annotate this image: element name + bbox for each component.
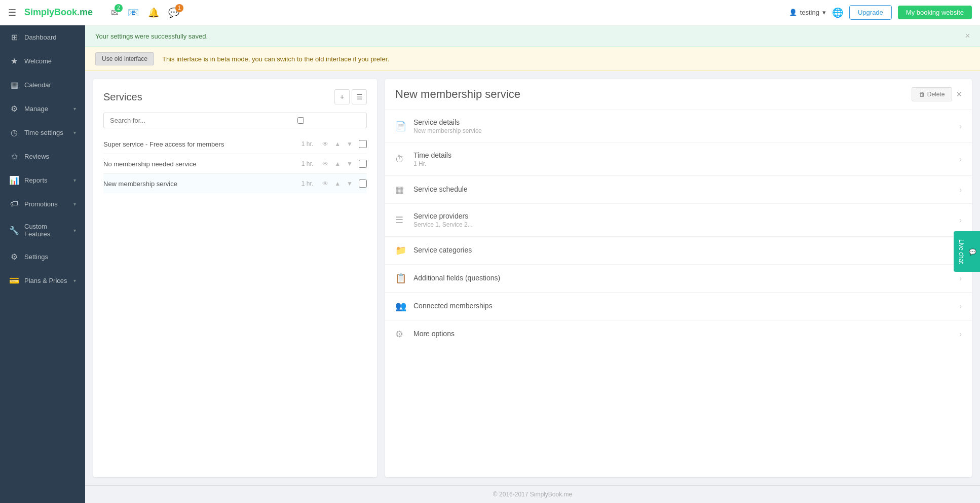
user-menu[interactable]: 👤 testing ▾ [789,9,826,16]
hamburger-icon[interactable]: ☰ [8,7,16,18]
alert-success-close[interactable]: × [965,31,970,41]
live-chat-icon: 💬 [969,248,976,256]
service-3-visible-button[interactable]: 👁 [320,179,330,188]
detail-item-more-options[interactable]: ⚙ More options › [385,320,972,348]
search-input[interactable] [104,113,239,128]
detail-item-service-schedule[interactable]: ▦ Service schedule › [385,176,972,204]
sidebar-label-custom-features: Custom Features [24,223,68,238]
service-details-text: Service details New membership service [413,118,959,134]
service-schedule-text: Service schedule [413,185,959,194]
navbar-left: ☰ SimplyBook.me ✉ 2 📧 🔔 💬 1 [8,7,179,18]
service-row: No membership needed service 1 hr. 👁 ▲ ▼ [103,154,367,174]
service-1-visible-button[interactable]: 👁 [320,139,330,149]
service-name-3: New membership service [103,180,297,188]
detail-item-additional-fields[interactable]: 📋 Additional fields (questions) › [385,265,972,293]
connected-memberships-title: Connected memberships [413,302,959,310]
service-providers-sub: Service 1, Service 2... [413,221,959,228]
promotions-icon: 🏷 [9,199,19,208]
detail-close-button[interactable]: × [956,89,962,100]
custom-features-icon: 🔧 [9,226,19,235]
sidebar-item-settings[interactable]: ⚙ Settings [0,245,85,269]
connected-memberships-icon: 👥 [395,301,413,312]
logo: SimplyBook.me [24,7,93,18]
service-3-down-button[interactable]: ▼ [345,179,355,188]
service-2-down-button[interactable]: ▼ [345,159,355,168]
service-2-visible-button[interactable]: 👁 [320,159,330,168]
footer-text: © 2016-2017 SimplyBook.me [493,491,572,498]
sidebar-item-welcome[interactable]: ★ Welcome [0,49,85,73]
service-name-2: No membership needed service [103,160,297,168]
live-chat-button[interactable]: 💬 Live chat [954,231,980,272]
sidebar-item-calendar[interactable]: ▦ Calendar [0,73,85,97]
sidebar-label-plans-prices: Plans & Prices [24,277,68,284]
service-1-down-button[interactable]: ▼ [345,139,355,149]
time-details-icon: ⏱ [395,154,413,165]
service-providers-icon: ☰ [395,214,413,226]
more-options-arrow: › [959,330,962,338]
service-1-up-button[interactable]: ▲ [332,139,343,149]
sidebar-label-calendar: Calendar [24,81,76,89]
sidebar-item-promotions[interactable]: 🏷 Promotions ▾ [0,192,85,215]
detail-item-time-details[interactable]: ⏱ Time details 1 Hr. › [385,143,972,176]
sidebar-item-reports[interactable]: 📊 Reports ▾ [0,168,85,192]
search-all-checkbox[interactable] [239,117,362,124]
settings-icon: ⚙ [9,252,19,262]
detail-panel: New membership service 🗑 Delete × 📄 Serv [385,79,972,477]
navbar-icons: ✉ 2 📧 🔔 💬 1 [111,7,179,18]
manage-arrow: ▾ [73,106,76,112]
service-providers-title: Service providers [413,212,959,220]
sidebar-label-welcome: Welcome [24,57,76,65]
additional-fields-arrow: › [959,274,962,282]
plans-prices-icon: 💳 [9,276,19,285]
use-old-interface-button[interactable]: Use old interface [95,52,154,65]
dashboard-icon: ⊞ [9,32,19,42]
sidebar-item-manage[interactable]: ⚙ Manage ▾ [0,97,85,121]
additional-fields-icon: 📋 [395,273,413,284]
my-booking-website-button[interactable]: My booking website [898,6,972,19]
sidebar-item-dashboard[interactable]: ⊞ Dashboard [0,25,85,49]
add-service-button[interactable]: + [334,89,350,104]
service-duration-3: 1 hr. [301,180,313,187]
service-2-up-button[interactable]: ▲ [332,159,343,168]
service-duration-2: 1 hr. [301,160,313,167]
sidebar-item-time-settings[interactable]: ◷ Time settings ▾ [0,121,85,145]
detail-item-service-details[interactable]: 📄 Service details New membership service… [385,110,972,143]
plans-prices-arrow: ▾ [73,278,76,283]
time-settings-arrow: ▾ [73,130,76,135]
service-row: Super service - Free access for members … [103,134,367,154]
messages-icon[interactable]: ✉ 2 [111,7,119,18]
mail-icon[interactable]: 📧 [128,7,139,18]
sidebar-label-reports: Reports [24,176,68,184]
upgrade-button[interactable]: Upgrade [849,5,892,20]
more-options-icon: ⚙ [395,329,413,340]
services-title: Services [103,91,142,103]
service-2-checkbox[interactable] [359,160,367,168]
service-1-checkbox[interactable] [359,140,367,148]
sidebar-label-manage: Manage [24,105,68,113]
service-schedule-title: Service schedule [413,185,959,193]
user-dropdown-arrow: ▾ [822,9,826,16]
messages-badge: 2 [115,4,123,12]
detail-item-connected-memberships[interactable]: 👥 Connected memberships › [385,293,972,320]
globe-icon[interactable]: 🌐 [832,7,843,18]
delete-button[interactable]: 🗑 Delete [912,87,953,101]
sidebar-item-custom-features[interactable]: 🔧 Custom Features ▾ [0,215,85,245]
service-row-2-actions: 👁 ▲ ▼ [320,159,355,168]
sidebar-item-reviews[interactable]: ✩ Reviews [0,145,85,168]
service-schedule-icon: ▦ [395,184,413,195]
list-view-button[interactable]: ☰ [352,89,367,104]
service-categories-icon: 📁 [395,245,413,256]
detail-item-service-categories[interactable]: 📁 Service categories › [385,237,972,265]
content-area: Services + ☰ Super service - Free access… [85,71,980,485]
calendar-icon: ▦ [9,80,19,90]
detail-item-service-providers[interactable]: ☰ Service providers Service 1, Service 2… [385,204,972,237]
service-3-checkbox[interactable] [359,179,367,188]
service-duration-1: 1 hr. [301,140,313,148]
search-bar [103,113,367,128]
sidebar-label-reviews: Reviews [24,153,76,160]
chat-icon[interactable]: 💬 1 [168,7,179,18]
service-3-up-button[interactable]: ▲ [332,179,343,188]
bell-icon[interactable]: 🔔 [148,7,159,18]
navbar: ☰ SimplyBook.me ✉ 2 📧 🔔 💬 1 👤 testing ▾ … [0,0,980,25]
sidebar-item-plans-prices[interactable]: 💳 Plans & Prices ▾ [0,269,85,293]
